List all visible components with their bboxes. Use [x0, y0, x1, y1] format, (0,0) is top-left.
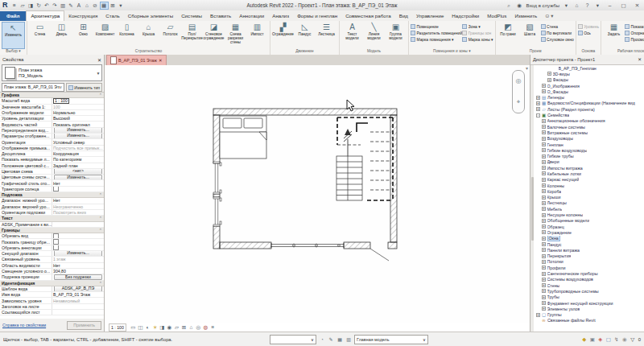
- minimize-button[interactable]: –: [605, 2, 615, 8]
- tree-expander-icon[interactable]: +: [542, 130, 546, 134]
- ribbon-tab-надстройки[interactable]: Надстройки: [448, 11, 483, 21]
- thin-lines-icon[interactable]: ▦: [100, 2, 109, 10]
- reveal-hidden-icon[interactable]: ◍: [202, 324, 208, 331]
- tree-expander-icon[interactable]: +: [542, 148, 546, 152]
- tree-expander-icon[interactable]: +: [542, 137, 546, 141]
- tree-item-ведомости-спецификации-назначение-вид[interactable]: +▦Ведомости/Спецификации (Назначение вид: [530, 101, 644, 106]
- ribbon-group-label[interactable]: Помещения и зоны ▾: [409, 48, 495, 55]
- property-value-text[interactable]: Задний план: [53, 163, 78, 168]
- ribbon-tab-конструкция[interactable]: Конструкция: [64, 11, 101, 21]
- section-pin-icon[interactable]: ⌃: [99, 93, 102, 97]
- view-scale-button[interactable]: 1 : 100: [109, 323, 126, 332]
- tree-item-группы[interactable]: +▢Группы: [530, 311, 644, 317]
- underlay-select-icon[interactable]: ◈: [597, 336, 604, 343]
- print-icon[interactable]: ▥: [60, 2, 67, 10]
- tree-expander-icon[interactable]: +: [547, 72, 551, 76]
- property-value[interactable]: [52, 187, 104, 192]
- crop-view-icon[interactable]: ▱: [173, 324, 180, 331]
- tree-item-фасады[interactable]: +Фасады: [530, 77, 644, 83]
- tree-item-о-фасады[interactable]: +О_Фасады: [530, 89, 644, 94]
- tree-item-семейства[interactable]: -▣Семейства: [530, 112, 644, 117]
- detail-level-icon[interactable]: ◫: [137, 324, 143, 331]
- app-menu-icon[interactable]: ≡: [11, 2, 19, 10]
- ribbon-button[interactable]: ◺Пандус: [294, 22, 316, 36]
- default-3d-view-icon[interactable]: ⌂: [84, 2, 91, 10]
- property-value-text[interactable]: По категориям: [53, 157, 81, 162]
- tree-expander-icon[interactable]: +: [542, 272, 546, 276]
- tree-scrollbar[interactable]: [530, 65, 534, 332]
- ribbon-button[interactable]: ▞Ограждение: [272, 22, 294, 36]
- property-value-text[interactable]: В_АР_ПЭ_01 Этаж: [53, 292, 90, 297]
- zoom-icon[interactable]: ⌖: [517, 98, 521, 106]
- tree-item-трубопроводные-системы[interactable]: +Трубопроводные системы: [530, 288, 644, 294]
- ribbon-tab-modplus[interactable]: ModPlus: [483, 11, 510, 21]
- tree-expander-icon[interactable]: +: [542, 307, 546, 311]
- ribbon-group-label[interactable]: Модель: [340, 48, 408, 55]
- tree-expander-icon[interactable]: +: [536, 101, 540, 105]
- tree-item-окна[interactable]: +Окна: [530, 236, 644, 241]
- project-browser-close-icon[interactable]: ✕: [638, 57, 642, 62]
- ribbon-group-label[interactable]: Выбор ▾: [0, 48, 27, 55]
- tree-item-ограждение[interactable]: +Ограждение: [530, 229, 644, 235]
- tree-item-импосты-витража[interactable]: +Импосты витража: [530, 165, 644, 171]
- tree-expander-icon[interactable]: +: [542, 119, 546, 123]
- ribbon-small-button[interactable]: Просмотр: [625, 36, 644, 43]
- tree-expander-icon[interactable]: +: [536, 96, 540, 100]
- tree-expander-icon[interactable]: +: [542, 283, 546, 287]
- property-value[interactable]: [52, 245, 104, 250]
- property-value[interactable]: 100: [52, 105, 104, 109]
- ribbon-button[interactable]: ▦Схема разрезки стены: [225, 22, 246, 44]
- tree-item-гибкие-трубы[interactable]: +Гибкие трубы: [530, 153, 644, 159]
- properties-help-link[interactable]: Справка по свойствам: [2, 323, 46, 327]
- help-icon[interactable]: ?: [584, 2, 591, 10]
- property-value[interactable]: ADSK_AP_B_ПЭ: [52, 286, 104, 291]
- tree-expander-icon[interactable]: +: [536, 313, 540, 317]
- tree-expander-icon[interactable]: +: [542, 160, 546, 164]
- property-value[interactable]: Нет: [52, 198, 104, 203]
- tree-item-гибкие-воздуховоды[interactable]: +Гибкие воздуховоды: [530, 147, 644, 153]
- tree-expander-icon[interactable]: +: [542, 178, 546, 182]
- visual-style-icon[interactable]: ◐: [144, 324, 151, 331]
- property-value-text[interactable]: 1 : 100: [53, 98, 69, 103]
- property-edit-button[interactable]: Изменить...: [54, 128, 102, 133]
- instance-selector[interactable]: План этажа: В_АР_ПЭ_01 Этаж∨: [2, 83, 64, 92]
- ribbon-group-label[interactable]: Проем: [496, 48, 576, 55]
- ribbon-group-label[interactable]: Движение: [270, 48, 339, 55]
- render-icon[interactable]: ◉: [166, 324, 172, 331]
- ribbon-tab-архитектура[interactable]: Архитектура: [26, 10, 64, 21]
- pinned-select-icon[interactable]: ▢: [605, 336, 612, 343]
- lock-3d-icon[interactable]: ⌂: [188, 324, 194, 331]
- user-icon[interactable]: ◉: [516, 2, 523, 10]
- drag-on-selection-icon[interactable]: ↯: [613, 336, 620, 343]
- section-pin-icon[interactable]: ⌃: [99, 216, 102, 220]
- show-crop-icon[interactable]: ⊞: [180, 324, 187, 331]
- tree-item-перекрытия[interactable]: +Перекрытия: [530, 253, 644, 259]
- tree-expander-icon[interactable]: +: [542, 201, 546, 205]
- tree-item-потолки[interactable]: +Потолки: [530, 259, 644, 265]
- filter-icon[interactable]: ▽: [630, 336, 636, 343]
- tree-expander-icon[interactable]: +: [542, 84, 546, 88]
- ribbon-small-button[interactable]: Ось: [578, 30, 599, 36]
- tree-expander-icon[interactable]: +: [542, 142, 546, 146]
- ribbon-button[interactable]: ▱Потолок: [159, 22, 181, 36]
- property-value[interactable]: Нормально: [52, 110, 104, 115]
- property-edit-button[interactable]: <нет>: [54, 169, 102, 174]
- property-value[interactable]: [52, 239, 104, 244]
- measure-icon[interactable]: ✎: [68, 2, 75, 10]
- ribbon-small-button[interactable]: Зона ▾: [462, 23, 493, 30]
- canvas-pin-icon[interactable]: ▾: [526, 65, 528, 71]
- property-value[interactable]: [52, 310, 104, 315]
- tree-expander-icon[interactable]: +: [542, 301, 546, 305]
- tree-item-3d-виды[interactable]: +3D-виды: [530, 71, 644, 76]
- tree-expander-icon[interactable]: +: [542, 266, 546, 270]
- ribbon-button[interactable]: ⌂Крыша: [138, 22, 159, 36]
- tree-item-мебель[interactable]: +Мебель: [530, 206, 644, 212]
- tree-expander-icon[interactable]: +: [542, 125, 546, 129]
- ribbon-button[interactable]: ◫Дверь: [51, 22, 72, 36]
- active-workset-icon[interactable]: ▥: [345, 336, 352, 343]
- ribbon-tab-анализ[interactable]: Анализ: [268, 11, 293, 21]
- open-icon[interactable]: ▱: [19, 2, 27, 10]
- tree-expander-icon[interactable]: +: [547, 78, 551, 82]
- view-tab[interactable]: В_АР_ПЭ_01 Этаж ✕: [106, 55, 167, 65]
- property-value[interactable]: [52, 222, 104, 227]
